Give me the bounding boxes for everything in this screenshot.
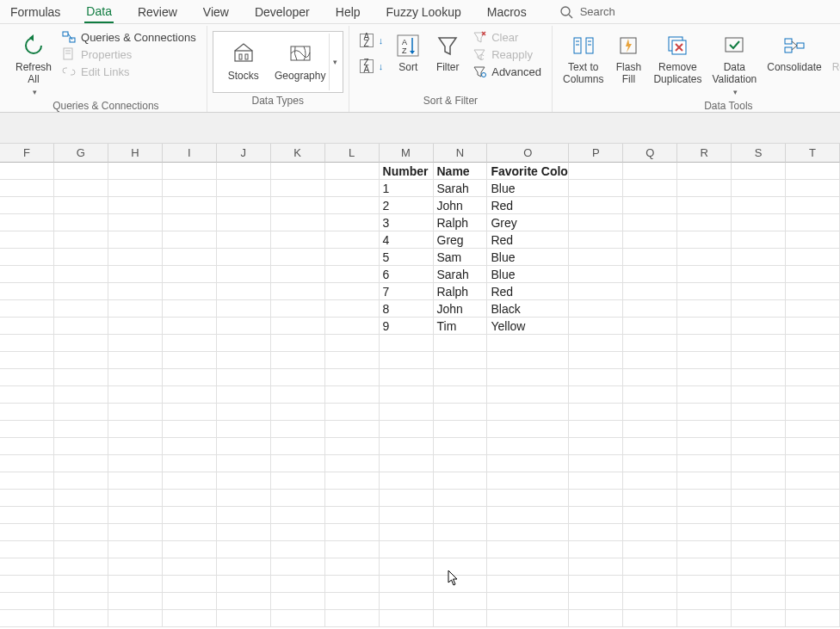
cell[interactable] [0,507,54,524]
cell[interactable] [732,507,786,524]
cell[interactable] [569,386,623,404]
cell[interactable] [434,558,488,576]
cell[interactable] [108,524,163,541]
cell[interactable] [487,421,569,438]
cell[interactable] [163,576,217,593]
cell[interactable]: Sarah [434,180,488,197]
table-row[interactable] [0,541,840,558]
cell[interactable] [163,438,217,455]
cell[interactable]: 9 [380,318,434,335]
cell[interactable] [732,180,786,197]
cell[interactable] [732,455,786,472]
cell[interactable] [569,231,623,249]
cell[interactable] [271,421,325,438]
cell[interactable] [380,490,434,507]
cell[interactable] [271,249,325,266]
cell[interactable] [54,266,108,283]
cell[interactable] [487,593,569,610]
cell[interactable] [217,214,271,231]
flash-fill-button[interactable]: Flash Fill [608,28,648,88]
cell[interactable] [325,404,380,421]
cell[interactable] [108,558,163,576]
column-header-I[interactable]: I [163,144,217,163]
cell[interactable] [54,455,108,472]
cell[interactable] [217,352,271,369]
cell[interactable] [108,541,163,558]
table-row[interactable] [0,610,840,627]
cell[interactable] [217,576,271,593]
cell[interactable] [271,214,325,231]
cell[interactable] [271,197,325,214]
cell[interactable] [325,231,380,249]
cell[interactable] [380,524,434,541]
cell[interactable] [569,472,623,490]
cell[interactable] [380,404,434,421]
cell[interactable] [786,558,840,576]
cell[interactable] [108,249,163,266]
cell[interactable]: Tim [434,318,488,335]
cell[interactable] [732,335,786,352]
cell[interactable] [163,214,217,231]
cell[interactable] [623,524,677,541]
cell[interactable] [732,472,786,490]
cell[interactable] [623,472,677,490]
column-header-J[interactable]: J [217,144,271,163]
cell[interactable] [487,352,569,369]
cell[interactable] [271,266,325,283]
cell[interactable] [732,249,786,266]
cell[interactable] [623,455,677,472]
cell[interactable] [108,163,163,180]
cell[interactable] [487,524,569,541]
table-row[interactable]: 7RalphRed [0,283,840,300]
cell[interactable] [569,300,623,318]
cell[interactable] [271,507,325,524]
cell[interactable] [108,197,163,214]
cell[interactable] [217,266,271,283]
cell[interactable] [786,352,840,369]
cell[interactable] [0,335,54,352]
cell[interactable] [163,507,217,524]
cell[interactable] [108,352,163,369]
cell[interactable] [732,214,786,231]
cell[interactable] [54,593,108,610]
cell[interactable] [677,231,732,249]
cell[interactable] [163,335,217,352]
cell[interactable] [677,369,732,386]
cell[interactable] [0,180,54,197]
relationships-button[interactable]: Relationships [827,28,840,76]
cell[interactable] [0,318,54,335]
cell[interactable] [271,163,325,180]
cell[interactable] [434,541,488,558]
table-row[interactable] [0,335,840,352]
cell[interactable] [0,421,54,438]
cell[interactable] [108,438,163,455]
cell[interactable] [0,214,54,231]
cell[interactable] [325,438,380,455]
cell[interactable] [108,421,163,438]
cell[interactable] [271,576,325,593]
refresh-all-button[interactable]: Refresh All [10,28,57,98]
cell[interactable] [786,541,840,558]
cell[interactable] [271,610,325,627]
cell[interactable] [623,163,677,180]
cell[interactable] [325,335,380,352]
cell[interactable] [0,541,54,558]
cell[interactable] [487,490,569,507]
cell[interactable] [434,352,488,369]
cell[interactable] [623,197,677,214]
cell[interactable] [677,197,732,214]
column-header-G[interactable]: G [54,144,108,163]
edit-links-button[interactable]: Edit Links [60,64,198,79]
table-row[interactable] [0,472,840,490]
cell[interactable] [569,610,623,627]
cell[interactable] [569,455,623,472]
table-row[interactable] [0,576,840,593]
cell[interactable] [54,249,108,266]
cell[interactable] [677,300,732,318]
cell[interactable] [569,266,623,283]
cell[interactable]: Yellow [487,318,569,335]
cell[interactable] [380,455,434,472]
cell[interactable] [487,455,569,472]
cell[interactable] [217,558,271,576]
cell[interactable] [786,490,840,507]
